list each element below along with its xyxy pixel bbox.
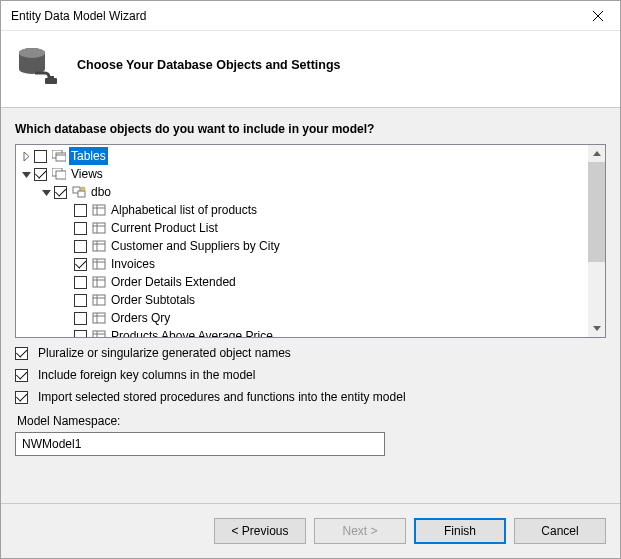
checkbox[interactable]	[15, 391, 28, 404]
titlebar: Entity Data Model Wizard	[1, 1, 620, 31]
tree-leaf-view[interactable]: Current Product List	[16, 219, 588, 237]
view-icon	[91, 330, 107, 337]
tree-node-label: Current Product List	[109, 219, 220, 237]
close-button[interactable]	[576, 1, 620, 31]
checkbox[interactable]	[15, 347, 28, 360]
svg-rect-12	[78, 191, 85, 197]
checkbox[interactable]	[74, 294, 87, 307]
expander-icon[interactable]	[18, 170, 34, 179]
expander-icon[interactable]	[18, 152, 34, 161]
tree-node-label: Views	[69, 165, 105, 183]
tree-node-label: Customer and Suppliers by City	[109, 237, 282, 255]
svg-rect-26	[93, 277, 105, 287]
scroll-thumb[interactable]	[588, 162, 605, 262]
checkbox[interactable]	[15, 369, 28, 382]
view-icon	[91, 222, 107, 234]
close-icon	[593, 11, 603, 21]
tree-leaf-view[interactable]: Products Above Average Price	[16, 327, 588, 337]
checkbox[interactable]	[34, 168, 47, 181]
checkbox[interactable]	[74, 330, 87, 338]
tree-node-label: dbo	[89, 183, 113, 201]
checkbox[interactable]	[74, 240, 87, 253]
window-title: Entity Data Model Wizard	[11, 9, 146, 23]
finish-button[interactable]: Finish	[414, 518, 506, 544]
tree-node-label: Tables	[69, 147, 108, 165]
wizard-footer: < Previous Next > Finish Cancel	[1, 503, 620, 558]
svg-rect-17	[93, 223, 105, 233]
svg-rect-23	[93, 259, 105, 269]
tree-node-label: Order Details Extended	[109, 273, 238, 291]
view-icon	[91, 258, 107, 270]
question-label: Which database objects do you want to in…	[15, 122, 606, 136]
tree-leaf-view[interactable]: Alphabetical list of products	[16, 201, 588, 219]
view-icon	[91, 312, 107, 324]
cancel-button[interactable]: Cancel	[514, 518, 606, 544]
option-import-sprocs[interactable]: Import selected stored procedures and fu…	[15, 390, 606, 404]
svg-rect-5	[48, 76, 54, 79]
tree-node-tables[interactable]: Tables	[16, 147, 588, 165]
previous-button[interactable]: < Previous	[214, 518, 306, 544]
tree-leaf-view[interactable]: Order Details Extended	[16, 273, 588, 291]
option-label: Include foreign key columns in the model	[38, 368, 255, 382]
checkbox[interactable]	[74, 204, 87, 217]
option-pluralize[interactable]: Pluralize or singularize generated objec…	[15, 346, 606, 360]
view-icon	[91, 204, 107, 216]
view-group-icon	[51, 168, 67, 180]
svg-point-3	[19, 48, 45, 58]
view-icon	[91, 276, 107, 288]
svg-rect-20	[93, 241, 105, 251]
option-label: Import selected stored procedures and fu…	[38, 390, 406, 404]
option-foreign-keys[interactable]: Include foreign key columns in the model	[15, 368, 606, 382]
wizard-header: Choose Your Database Objects and Setting…	[1, 31, 620, 108]
view-icon	[91, 294, 107, 306]
scroll-down-button[interactable]	[588, 320, 605, 337]
namespace-input[interactable]	[15, 432, 385, 456]
tree-scrollbar[interactable]	[588, 145, 605, 337]
svg-rect-29	[93, 295, 105, 305]
wizard-window: Entity Data Model Wizard Choose Your Dat…	[0, 0, 621, 559]
objects-tree-inner: Tables Views	[16, 145, 588, 337]
tree-leaf-view[interactable]: Order Subtotals	[16, 291, 588, 309]
checkbox[interactable]	[74, 276, 87, 289]
tree-node-label: Order Subtotals	[109, 291, 197, 309]
tree-node-label: Products Above Average Price	[109, 327, 275, 337]
view-icon	[91, 240, 107, 252]
svg-rect-7	[56, 153, 66, 161]
checkbox[interactable]	[74, 312, 87, 325]
objects-tree[interactable]: Tables Views	[15, 144, 606, 338]
tree-node-dbo[interactable]: dbo	[16, 183, 588, 201]
checkbox[interactable]	[74, 222, 87, 235]
svg-point-13	[81, 187, 85, 191]
wizard-heading: Choose Your Database Objects and Setting…	[77, 58, 341, 72]
option-label: Pluralize or singularize generated objec…	[38, 346, 291, 360]
checkbox[interactable]	[34, 150, 47, 163]
svg-rect-10	[56, 171, 66, 179]
namespace-label: Model Namespace:	[17, 414, 606, 428]
svg-rect-14	[93, 205, 105, 215]
tree-node-label: Invoices	[109, 255, 157, 273]
checkbox[interactable]	[54, 186, 67, 199]
tree-node-views[interactable]: Views	[16, 165, 588, 183]
checkbox[interactable]	[74, 258, 87, 271]
tree-leaf-view[interactable]: Invoices	[16, 255, 588, 273]
table-group-icon	[51, 150, 67, 162]
wizard-body: Which database objects do you want to in…	[1, 108, 620, 503]
tree-leaf-view[interactable]: Customer and Suppliers by City	[16, 237, 588, 255]
svg-rect-32	[93, 313, 105, 323]
expander-icon[interactable]	[38, 188, 54, 197]
scroll-up-button[interactable]	[588, 145, 605, 162]
database-icon	[15, 43, 59, 87]
tree-leaf-view[interactable]: Orders Qry	[16, 309, 588, 327]
next-button: Next >	[314, 518, 406, 544]
tree-node-label: Alphabetical list of products	[109, 201, 259, 219]
schema-icon	[71, 186, 87, 198]
tree-node-label: Orders Qry	[109, 309, 172, 327]
